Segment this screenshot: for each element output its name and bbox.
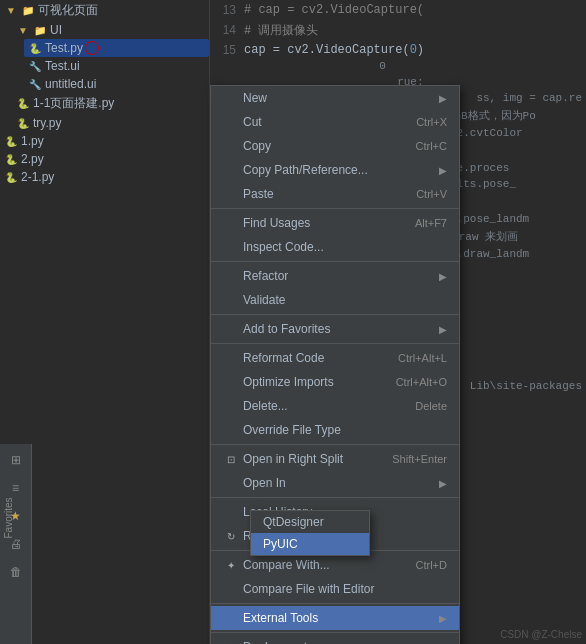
inspect-icon: [223, 239, 239, 255]
left-panel: ⊞ ≡ ★ 🖨 🗑: [0, 444, 32, 644]
tree-item-untitled[interactable]: 🔧 untitled.ui: [24, 75, 209, 93]
menu-item-validate[interactable]: Validate: [211, 288, 459, 312]
submenu-item-pyuic[interactable]: PyUIC: [251, 533, 369, 555]
menu-add-favorites-label: Add to Favorites: [243, 322, 435, 336]
menu-item-cut[interactable]: Cut Ctrl+X: [211, 110, 459, 134]
add-favorites-icon: [223, 321, 239, 337]
menu-item-compare-editor[interactable]: Compare File with Editor: [211, 577, 459, 601]
menu-item-compare-with[interactable]: ✦ Compare With... Ctrl+D: [211, 553, 459, 577]
menu-item-paste[interactable]: Paste Ctrl+V: [211, 182, 459, 206]
open-right-icon: ⊡: [223, 451, 239, 467]
cut-icon: [223, 114, 239, 130]
sep-8: [211, 603, 459, 604]
menu-optimize-label: Optimize Imports: [243, 375, 388, 389]
copy-path-icon: [223, 162, 239, 178]
menu-deployment-label: Deployment: [243, 640, 435, 644]
panel-icon-1[interactable]: ⊞: [4, 448, 28, 472]
favorites-label: Favorites: [3, 497, 14, 538]
code-line-14: 14 # 调用摄像头: [210, 20, 586, 40]
ui-folder-expand-icon: ▼: [16, 23, 30, 37]
menu-item-reformat[interactable]: Reformat Code Ctrl+Alt+L: [211, 346, 459, 370]
tree-item-testpy[interactable]: 🐍 Test.py: [24, 39, 209, 57]
menu-delete-label: Delete...: [243, 399, 407, 413]
sep-2: [211, 261, 459, 262]
sep-1: [211, 208, 459, 209]
external-tools-arrow: ▶: [439, 613, 447, 624]
menu-item-copy-path[interactable]: Copy Path/Reference... ▶: [211, 158, 459, 182]
reformat-icon: [223, 350, 239, 366]
untitled-icon: 🔧: [28, 77, 42, 91]
menu-item-delete[interactable]: Delete... Delete: [211, 394, 459, 418]
tree-item-11py[interactable]: 🐍 1-1页面搭建.py: [12, 93, 209, 114]
folder-expand-icon: ▼: [4, 4, 18, 18]
code-text-15: cap = cv2.VideoCapture(0): [244, 43, 424, 57]
menu-item-add-favorites[interactable]: Add to Favorites ▶: [211, 317, 459, 341]
menu-item-open-in[interactable]: Open In ▶: [211, 471, 459, 495]
sep-5: [211, 444, 459, 445]
submenu-item-qtdesigner[interactable]: QtDesigner: [251, 511, 369, 533]
tree-item-testui[interactable]: 🔧 Test.ui: [24, 57, 209, 75]
menu-item-external-tools[interactable]: External Tools ▶: [211, 606, 459, 630]
menu-copy-label: Copy: [243, 139, 408, 153]
external-tools-icon: [223, 610, 239, 626]
tree-item-trypy-label: try.py: [33, 116, 61, 130]
menu-item-inspect-code[interactable]: Inspect Code...: [211, 235, 459, 259]
tree-item-1py[interactable]: 🐍 1.py: [0, 132, 209, 150]
code-line-15: 15 cap = cv2.VideoCapture(0): [210, 40, 586, 60]
compare-editor-icon: [223, 581, 239, 597]
copy-shortcut: Ctrl+C: [416, 140, 447, 152]
tree-item-trypy[interactable]: 🐍 try.py: [12, 114, 209, 132]
optimize-icon: [223, 374, 239, 390]
menu-override-label: Override File Type: [243, 423, 447, 437]
ui-folder-icon: 📁: [33, 23, 47, 37]
testpy-icon: 🐍: [28, 41, 42, 55]
tree-item-root[interactable]: ▼ 📁 可视化页面: [0, 0, 209, 21]
tree-item-21py-label: 2-1.py: [21, 170, 54, 184]
cut-shortcut: Ctrl+X: [416, 116, 447, 128]
tree-item-testpy-label: Test.py: [45, 41, 83, 55]
panel-icon-5[interactable]: 🗑: [4, 560, 28, 584]
menu-item-find-usages[interactable]: Find Usages Alt+F7: [211, 211, 459, 235]
menu-item-override[interactable]: Override File Type: [211, 418, 459, 442]
trypy-icon: 🐍: [16, 116, 30, 130]
menu-reformat-label: Reformat Code: [243, 351, 390, 365]
menu-inspect-label: Inspect Code...: [243, 240, 447, 254]
submenu-external-tools: QtDesigner PyUIC: [250, 510, 370, 556]
qtdesigner-label: QtDesigner: [263, 515, 324, 529]
tree-item-1py-label: 1.py: [21, 134, 44, 148]
sep-9: [211, 632, 459, 633]
menu-item-new[interactable]: New ▶: [211, 86, 459, 110]
line-num-13: 13: [214, 3, 244, 17]
tree-item-21py[interactable]: 🐍 2-1.py: [0, 168, 209, 186]
delete-icon: [223, 398, 239, 414]
folder-icon: 📁: [21, 4, 35, 18]
add-favorites-arrow: ▶: [439, 324, 447, 335]
code-text-14: # 调用摄像头: [244, 22, 318, 39]
21py-icon: 🐍: [4, 170, 18, 184]
find-usages-icon: [223, 215, 239, 231]
sep-3: [211, 314, 459, 315]
code-line-13: 13 # cap = cv2.VideoCapture(: [210, 0, 586, 20]
tree-item-ui[interactable]: ▼ 📁 UI: [12, 21, 209, 39]
menu-compare-with-label: Compare With...: [243, 558, 408, 572]
menu-open-in-label: Open In: [243, 476, 435, 490]
menu-refactor-label: Refactor: [243, 269, 435, 283]
menu-new-label: New: [243, 91, 435, 105]
new-icon: [223, 90, 239, 106]
menu-item-deployment[interactable]: ✦ Deployment ▶: [211, 635, 459, 644]
menu-item-optimize[interactable]: Optimize Imports Ctrl+Alt+O: [211, 370, 459, 394]
open-in-icon: [223, 475, 239, 491]
11py-icon: 🐍: [16, 97, 30, 111]
menu-item-open-right[interactable]: ⊡ Open in Right Split Shift+Enter: [211, 447, 459, 471]
context-menu: New ▶ Cut Ctrl+X Copy Ctrl+C Copy Path/R…: [210, 85, 460, 644]
refactor-arrow: ▶: [439, 271, 447, 282]
menu-item-refactor[interactable]: Refactor ▶: [211, 264, 459, 288]
local-history-icon: [223, 504, 239, 520]
tree-item-untitled-label: untitled.ui: [45, 77, 96, 91]
line-num-15: 15: [214, 43, 244, 57]
testui-icon: 🔧: [28, 59, 42, 73]
sep-4: [211, 343, 459, 344]
menu-item-copy[interactable]: Copy Ctrl+C: [211, 134, 459, 158]
tree-item-2py[interactable]: 🐍 2.py: [0, 150, 209, 168]
tree-item-2py-label: 2.py: [21, 152, 44, 166]
